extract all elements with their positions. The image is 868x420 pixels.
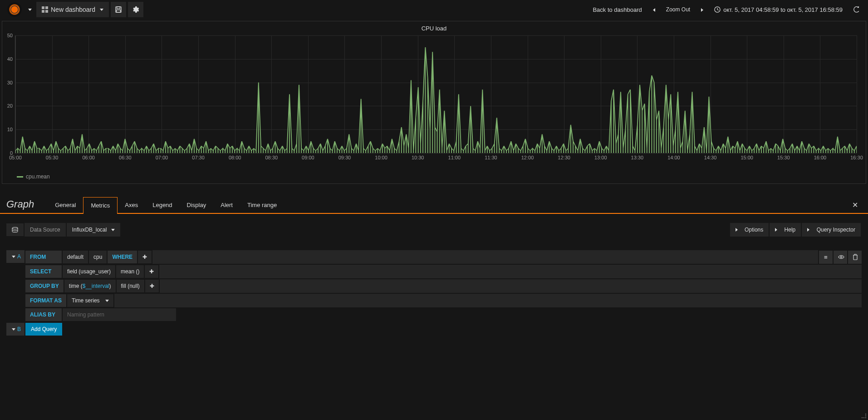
x-tick: 08:00 (229, 155, 241, 160)
x-tick: 08:30 (265, 155, 278, 160)
chevron-left-icon (653, 8, 655, 12)
tab-general[interactable]: General (48, 197, 83, 213)
select-keyword: SELECT (25, 265, 62, 278)
y-tick: 50 (7, 33, 13, 38)
grafana-logo-icon (7, 2, 22, 17)
x-tick: 16:30 (850, 155, 863, 160)
database-icon (12, 227, 18, 232)
x-tick: 10:30 (412, 155, 424, 160)
datasource-label: Data Source (25, 223, 66, 237)
tab-legend[interactable]: Legend (145, 197, 179, 213)
top-nav: New dashboard Back to dashboard Zoom Out… (0, 0, 868, 19)
trash-icon (853, 254, 858, 260)
groupby-time-segment[interactable]: time ($__interval) (64, 280, 116, 292)
svg-point-5 (840, 256, 842, 258)
x-tick: 11:00 (448, 155, 461, 160)
query-b-toggle[interactable]: B (6, 323, 25, 336)
groupby-keyword: GROUP BY (25, 280, 64, 292)
query-row-a: A FROM default cpu WHERE ✚ ≡ (6, 250, 862, 322)
x-tick: 10:00 (375, 155, 387, 160)
save-icon (115, 6, 122, 13)
grid-icon (42, 6, 48, 13)
graph-panel: CPU load 0102030405005:0005:3006:0006:30… (2, 21, 866, 184)
chart-legend[interactable]: cpu.mean (2, 172, 866, 183)
select-add-button[interactable]: ✚ (145, 265, 158, 278)
dashboard-title: New dashboard (51, 6, 95, 13)
panel-type-title: Graph (6, 198, 34, 210)
query-help-button[interactable]: Help (770, 223, 801, 237)
tab-display[interactable]: Display (180, 197, 214, 213)
query-a-toggle[interactable]: A (6, 250, 25, 263)
tab-metrics[interactable]: Metrics (83, 197, 118, 214)
logo-button[interactable] (5, 2, 34, 17)
clock-icon (714, 6, 721, 13)
select-agg-segment[interactable]: mean () (116, 265, 144, 278)
from-policy-segment[interactable]: default (63, 251, 88, 263)
x-tick: 14:00 (667, 155, 680, 160)
zoom-out-button[interactable]: Zoom Out (662, 3, 695, 16)
x-tick: 07:00 (156, 155, 168, 160)
panel-title[interactable]: CPU load (2, 21, 866, 35)
chart-area[interactable]: 0102030405005:0005:3006:0006:3007:0007:3… (2, 35, 866, 172)
query-inspector-button[interactable]: Query Inspector (802, 223, 861, 237)
panel-editor-header: Graph GeneralMetricsAxesLegendDisplayAle… (0, 198, 868, 214)
tab-time-range[interactable]: Time range (240, 197, 284, 213)
svg-point-4 (12, 227, 18, 229)
query-row-b: B Add Query (6, 323, 862, 336)
alias-keyword: ALIAS BY (25, 308, 62, 321)
chevron-right-icon (701, 8, 703, 12)
save-button[interactable] (111, 2, 126, 17)
x-tick: 14:30 (704, 155, 717, 160)
select-field-segment[interactable]: field (usage_user) (63, 265, 115, 278)
datasource-value: InfluxDB_local (72, 227, 107, 233)
toggle-query-mode-button[interactable] (6, 223, 24, 236)
refresh-button[interactable] (849, 3, 864, 16)
time-back-button[interactable] (648, 3, 660, 17)
close-editor-button[interactable]: ✕ (848, 197, 862, 213)
y-tick: 20 (7, 103, 13, 109)
x-tick: 15:00 (740, 155, 753, 160)
datasource-picker[interactable]: InfluxDB_local (67, 223, 121, 237)
time-forward-button[interactable] (696, 3, 708, 17)
dashboard-picker[interactable]: New dashboard (36, 2, 109, 17)
y-tick: 30 (7, 80, 13, 85)
query-delete-button[interactable] (848, 251, 862, 264)
groupby-fill-segment[interactable]: fill (null) (117, 280, 144, 292)
x-tick: 13:00 (594, 155, 607, 160)
back-to-dashboard-link[interactable]: Back to dashboard (588, 3, 646, 17)
x-tick: 09:30 (338, 155, 351, 160)
x-tick: 13:30 (631, 155, 644, 160)
x-tick: 16:00 (814, 155, 827, 160)
svg-rect-2 (117, 10, 121, 12)
format-select[interactable]: Time series (67, 294, 113, 307)
x-tick: 11:30 (485, 155, 497, 160)
time-range-picker[interactable]: окт. 5, 2017 04:58:59 to окт. 5, 2017 16… (710, 3, 847, 17)
settings-button[interactable] (128, 2, 143, 17)
x-tick: 07:30 (192, 155, 205, 160)
tab-axes[interactable]: Axes (118, 197, 145, 213)
alias-input[interactable] (63, 308, 176, 321)
tab-alert[interactable]: Alert (213, 197, 240, 213)
eye-icon (838, 255, 844, 259)
legend-swatch-icon (17, 176, 23, 178)
x-tick: 12:00 (521, 155, 534, 160)
format-keyword: FORMAT AS (25, 294, 66, 307)
x-tick: 06:00 (82, 155, 95, 160)
y-tick: 10 (7, 127, 13, 132)
refresh-icon (853, 6, 860, 13)
query-menu-button[interactable]: ≡ (819, 251, 833, 264)
time-range-text: окт. 5, 2017 04:58:59 to окт. 5, 2017 16… (723, 6, 843, 13)
add-query-button[interactable]: Add Query (25, 323, 62, 336)
groupby-add-button[interactable]: ✚ (145, 280, 159, 292)
query-options-button[interactable]: Options (730, 223, 769, 237)
where-add-button[interactable]: ✚ (138, 251, 152, 263)
y-tick: 40 (7, 56, 13, 62)
x-tick: 15:30 (777, 155, 790, 160)
from-keyword: FROM (25, 251, 62, 263)
resize-handle-icon[interactable] (862, 414, 866, 418)
x-tick: 09:00 (302, 155, 314, 160)
from-measurement-segment[interactable]: cpu (89, 251, 107, 263)
query-toggle-visibility-button[interactable] (834, 251, 847, 264)
svg-rect-1 (117, 7, 120, 9)
x-tick: 06:30 (119, 155, 132, 160)
